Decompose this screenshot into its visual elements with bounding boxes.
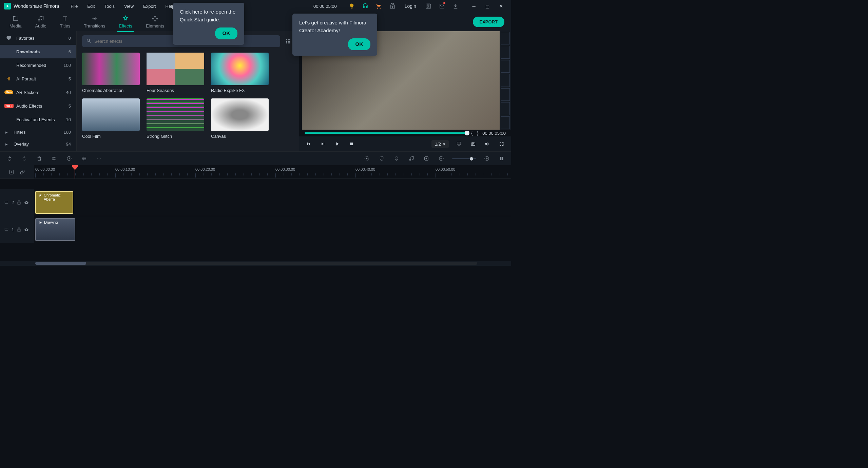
timeline-clip-video[interactable]: Drawing (35, 218, 75, 241)
track-type-icon (4, 227, 9, 232)
sidebar-item-audio-effects[interactable]: HOTAudio Effects5 (0, 99, 76, 113)
star-icon (38, 193, 42, 198)
maximize-button[interactable]: ▢ (481, 1, 494, 12)
effect-label: Four Seasons (147, 88, 204, 93)
menu-export[interactable]: Export (140, 2, 159, 10)
tooltip-ok-button[interactable]: OK (348, 38, 371, 50)
undo-button[interactable] (5, 154, 14, 163)
chevron-down-icon: ▾ (443, 142, 445, 147)
timeline-clip-effect[interactable]: Chromatic Aberra (35, 191, 73, 214)
playhead[interactable] (75, 165, 75, 179)
sidebar-item-ai-portrait[interactable]: ♛AI Portrait5 (0, 72, 76, 86)
ruler-label: 00:00:00:00 (35, 167, 55, 171)
sidebar-item-festival[interactable]: Festival and Events10 (0, 113, 76, 126)
seek-thumb[interactable] (465, 131, 469, 135)
close-button[interactable]: ✕ (495, 1, 507, 12)
snapshot-icon[interactable] (469, 140, 477, 148)
sidebar-item-favorites[interactable]: Favorites0 (0, 31, 76, 45)
timeline-ruler[interactable]: 00:00:00:0000:00:10:0000:00:20:0000:00:3… (34, 165, 511, 179)
timeline-ruler-left (0, 165, 34, 179)
zoom-in-button[interactable] (483, 154, 491, 163)
delete-button[interactable] (35, 154, 43, 163)
lock-icon[interactable] (17, 200, 21, 205)
media-tabs-row: Media Audio Titles Transitions Effects E… (0, 12, 511, 31)
preview-seek-row: { } 00:00:05:00 (299, 130, 511, 136)
menu-view[interactable]: View (121, 2, 137, 10)
window-controls: ─ ▢ ✕ (468, 1, 507, 12)
zoom-fit-button[interactable] (498, 154, 506, 163)
add-track-button[interactable] (7, 168, 16, 176)
play-button[interactable] (333, 140, 341, 148)
stop-button[interactable] (347, 140, 355, 148)
preview-zoom-select[interactable]: 1/2▾ (431, 140, 449, 148)
timeline-scrollbar[interactable] (0, 261, 511, 266)
effect-card[interactable]: Chromatic Aberration (82, 53, 140, 93)
support-icon[interactable] (360, 1, 371, 12)
menu-edit[interactable]: Edit (84, 2, 98, 10)
scrollbar-thumb[interactable] (35, 262, 86, 265)
export-button[interactable]: EXPORT (473, 17, 504, 27)
mark-in-icon[interactable]: { (471, 130, 473, 136)
audio-adjust-button[interactable] (95, 154, 103, 163)
tab-audio[interactable]: Audio (28, 13, 53, 31)
sidebar-item-filters[interactable]: ▸Filters160 (0, 126, 76, 138)
mark-out-icon[interactable]: } (477, 130, 479, 136)
download-icon[interactable] (450, 1, 461, 12)
effect-thumbnail (211, 53, 269, 85)
login-button[interactable]: Login (401, 3, 420, 9)
tooltip-ok-button[interactable]: OK (215, 27, 238, 39)
sidebar-item-recommended[interactable]: Recommended100 (0, 58, 76, 72)
mail-icon[interactable] (437, 1, 447, 12)
track-row-fx (0, 179, 511, 189)
effect-card[interactable]: Canvas (211, 98, 269, 139)
effect-card[interactable]: Four Seasons (147, 53, 204, 93)
sidebar-item-overlay[interactable]: ▸Overlay94 (0, 138, 76, 150)
split-button[interactable] (50, 154, 58, 163)
marker-button[interactable] (378, 154, 386, 163)
lock-icon[interactable] (17, 227, 21, 232)
adjust-button[interactable] (80, 154, 88, 163)
tab-effects[interactable]: Effects (112, 13, 139, 31)
tab-transitions[interactable]: Transitions (77, 13, 112, 31)
eye-icon[interactable] (24, 227, 29, 232)
sidebar-item-downloads[interactable]: Downloads6 (0, 45, 76, 58)
tooltip-academy: Let's get creative with Filmora Creator … (292, 14, 377, 56)
track-body-video[interactable]: Drawing (34, 216, 511, 243)
voiceover-button[interactable] (392, 154, 401, 163)
tab-media[interactable]: Media (3, 13, 28, 31)
volume-icon[interactable] (483, 140, 491, 148)
minimize-button[interactable]: ─ (468, 1, 480, 12)
menu-file[interactable]: File (67, 2, 81, 10)
sidebar-item-ar-stickers[interactable]: NewAR Stickers40 (0, 86, 76, 99)
save-icon[interactable] (423, 1, 434, 12)
effect-card[interactable]: Strong Glitch (147, 98, 204, 139)
speed-button[interactable] (65, 154, 73, 163)
timeline-ruler-row: 00:00:00:0000:00:10:0000:00:20:0000:00:3… (0, 165, 511, 179)
chevron-right-icon: ▸ (5, 142, 9, 147)
fullscreen-icon[interactable] (498, 140, 506, 148)
preview-seek-bar[interactable] (305, 132, 467, 134)
keyframe-button[interactable] (422, 154, 430, 163)
tips-icon[interactable] (346, 1, 357, 12)
tab-titles[interactable]: Titles (53, 13, 77, 31)
zoom-out-button[interactable] (437, 154, 445, 163)
ruler-label: 00:00:50:00 (436, 167, 455, 171)
cart-icon[interactable] (373, 1, 384, 12)
track-type-icon (4, 200, 9, 205)
track-body-effects[interactable]: Chromatic Aberra (34, 189, 511, 216)
menu-tools[interactable]: Tools (101, 2, 118, 10)
eye-icon[interactable] (24, 200, 29, 205)
zoom-slider[interactable] (452, 158, 476, 159)
redo-button[interactable] (20, 154, 28, 163)
audio-mixer-button[interactable] (407, 154, 416, 163)
next-frame-button[interactable] (319, 140, 327, 148)
gift-icon[interactable] (387, 1, 398, 12)
effect-card[interactable]: Radio Explike FX (211, 53, 269, 93)
render-button[interactable] (363, 154, 371, 163)
zoom-handle[interactable] (470, 157, 473, 161)
tab-elements[interactable]: Elements (139, 13, 171, 31)
effect-card[interactable]: Cool Film (82, 98, 140, 139)
display-icon[interactable] (455, 140, 463, 148)
link-button[interactable] (18, 168, 26, 176)
prev-frame-button[interactable] (305, 140, 313, 148)
